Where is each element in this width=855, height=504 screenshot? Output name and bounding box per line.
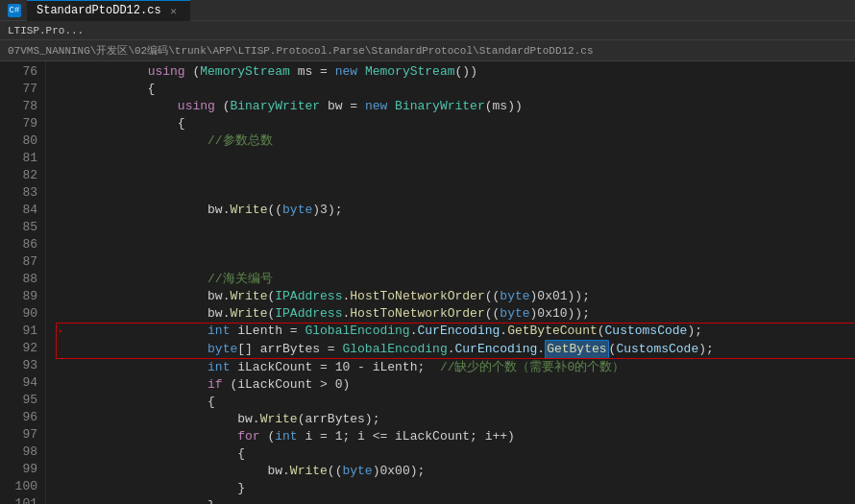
code-line-82: bw.Write((byte)3); bbox=[58, 202, 855, 219]
code-line-81 bbox=[58, 150, 855, 202]
code-line-89: int iLackCount = 10 - iLenth; //缺少的个数（需要… bbox=[58, 359, 855, 376]
code-line-80: //参数总数 bbox=[58, 132, 855, 150]
code-line-78: using (BinaryWriter bw = new BinaryWrite… bbox=[58, 98, 855, 115]
title-bar: C# StandardPtoDD12.cs ✕ bbox=[0, 0, 855, 21]
code-line-79: { bbox=[58, 115, 855, 132]
ltisp-bar: LTISP.Pro... bbox=[0, 21, 855, 40]
ltisp-label: LTISP.Pro... bbox=[8, 25, 84, 36]
code-line-85: bw.Write(IPAddress.HostToNetworkOrder((b… bbox=[58, 288, 855, 305]
code-line-83 bbox=[58, 219, 855, 271]
code-line-90: if (iLackCount > 0) bbox=[58, 376, 855, 394]
code-line-95: bw.Write((byte)0x00); bbox=[58, 463, 855, 480]
code-line-88: byte[] arrBytes = GlobalEncoding.CurEnco… bbox=[58, 340, 855, 359]
code-line-94: { bbox=[58, 445, 855, 463]
code-line-87: int iLenth = GlobalEncoding.CurEncoding.… bbox=[58, 323, 855, 340]
app-icon: C# bbox=[8, 4, 21, 17]
tab-label: StandardPtoDD12.cs bbox=[37, 4, 161, 17]
breadcrumb-path: 07VMS_NANNING\开发区\02编码\trunk\APP\LTISP.P… bbox=[8, 43, 594, 58]
code-line-93: for (int i = 1; i <= iLackCount; i++) bbox=[58, 428, 855, 445]
active-tab[interactable]: StandardPtoDD12.cs ✕ bbox=[27, 0, 190, 21]
code-line-76: using (MemoryStream ms = new MemoryStrea… bbox=[58, 63, 855, 81]
tab-close-button[interactable]: ✕ bbox=[167, 4, 181, 17]
code-line-96: } bbox=[58, 480, 855, 497]
code-line-84: //海关编号 bbox=[58, 271, 855, 288]
code-line-77: { bbox=[58, 81, 855, 98]
code-line-92: bw.Write(arrBytes); bbox=[58, 411, 855, 428]
code-content[interactable]: using (MemoryStream ms = new MemoryStrea… bbox=[46, 61, 855, 504]
code-line-91: { bbox=[58, 394, 855, 411]
breadcrumb: 07VMS_NANNING\开发区\02编码\trunk\APP\LTISP.P… bbox=[0, 40, 855, 61]
code-area: 76 77 78 79 80 81 82 83 84 85 86 87 88 8… bbox=[0, 61, 855, 504]
line-numbers: 76 77 78 79 80 81 82 83 84 85 86 87 88 8… bbox=[0, 61, 46, 504]
code-line-97: } bbox=[58, 497, 855, 504]
code-line-86: bw.Write(IPAddress.HostToNetworkOrder((b… bbox=[58, 305, 855, 323]
